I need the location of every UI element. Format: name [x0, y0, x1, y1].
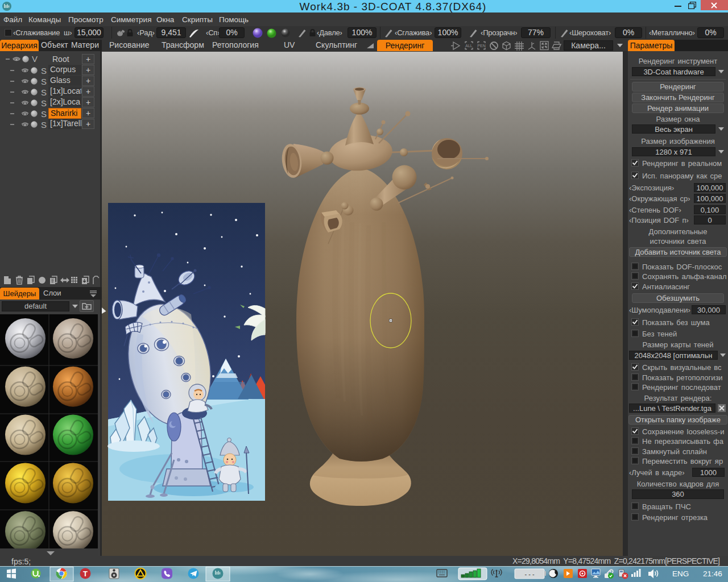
svg-text:S: S [41, 109, 47, 119]
svg-text:ALL: ALL [465, 44, 473, 48]
svg-text:PEN: PEN [477, 44, 485, 48]
svg-text:21:46: 21:46 [703, 569, 722, 578]
svg-text:- - -: - - - [524, 571, 534, 577]
svg-text:V: V [32, 54, 38, 64]
svg-text:S: S [41, 98, 47, 108]
svg-text:S: S [41, 77, 47, 86]
svg-text:S: S [41, 120, 47, 130]
svg-text:T: T [83, 569, 88, 578]
svg-text:S: S [41, 66, 47, 76]
svg-text:ENG: ENG [672, 569, 689, 578]
svg-text:S: S [41, 88, 47, 97]
